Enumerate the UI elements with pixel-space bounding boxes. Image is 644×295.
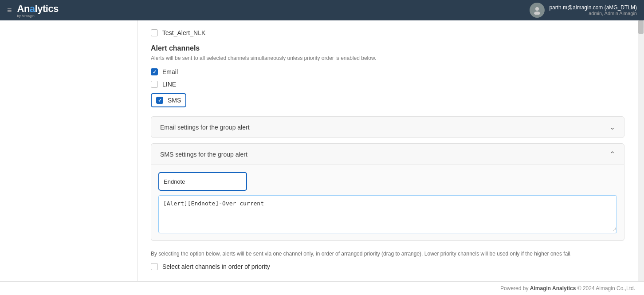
endnote-label-box: Endnote [158,172,247,191]
header-right: parth.m@aimagin.com (aMG_DTLM) admin, Ad… [530,3,637,18]
priority-checkbox[interactable] [151,263,158,270]
channel-row-sms: SMS [151,93,624,107]
sms-endnote-textarea[interactable]: [Alert][Endnote]-Over current [159,196,617,231]
line-checkbox[interactable] [151,81,158,88]
user-info: parth.m@aimagin.com (aMG_DTLM) admin, Ad… [549,4,637,16]
priority-section: By selecting the option below, alerts wi… [151,250,624,270]
hamburger-icon[interactable]: ≡ [7,6,12,15]
sms-chevron-up-icon: ⌃ [609,150,615,158]
email-chevron-down-icon: ⌄ [609,123,615,131]
footer-text: Powered by Aimagin Analytics © 2024 Aima… [500,285,635,291]
channel-row-email: Email [151,68,624,75]
logo-container: Analytics by Aimagin [17,3,59,18]
user-email: parth.m@aimagin.com (aMG_DTLM) [549,4,637,11]
svg-point-1 [534,12,540,15]
alert-channels-title: Alert channels [151,44,624,52]
alert-name: Test_Alert_NLK [162,29,205,36]
line-label: LINE [162,81,176,88]
email-settings-title: Email settings for the group alert [160,124,250,131]
email-checkbox[interactable] [151,68,158,75]
footer-brand: Aimagin Analytics [530,285,576,291]
main-content: Test_Alert_NLK Alert channels Alerts wil… [137,20,638,295]
app-footer: Powered by Aimagin Analytics © 2024 Aima… [0,281,644,295]
email-settings-section: Email settings for the group alert ⌄ [151,116,624,138]
alert-channels-desc: Alerts will be sent to all selected chan… [151,55,624,61]
alert-channels-section: Alert channels Alerts will be sent to al… [151,44,624,107]
priority-row: Select alert channels in order of priori… [151,263,624,270]
sms-settings-section: SMS settings for the group alert ⌃ Endno… [151,143,624,241]
endnote-label: Endnote [164,178,185,185]
sms-settings-header[interactable]: SMS settings for the group alert ⌃ [151,143,624,165]
app-logo: Analytics [17,3,59,14]
alert-item: Test_Alert_NLK [151,29,624,36]
sms-settings-body: Endnote [Alert][Endnote]-Over current [151,165,624,241]
email-label: Email [162,68,178,75]
footer-copy: © 2024 Aimagin Co.,Ltd. [577,285,635,291]
sidebar [0,20,137,295]
scrollbar-thumb[interactable] [638,20,644,34]
avatar [530,3,545,18]
priority-label: Select alert channels in order of priori… [162,263,270,270]
header-left: ≡ Analytics by Aimagin [7,3,59,18]
app-header: ≡ Analytics by Aimagin parth.m@aimagin.c… [0,0,644,20]
sms-checkbox[interactable] [156,97,163,104]
channel-row-line: LINE [151,81,624,88]
priority-desc: By selecting the option below, alerts wi… [151,250,624,258]
user-role: admin, Admin Aimagin [549,11,637,16]
sms-endnote-textarea-wrapper: [Alert][Endnote]-Over current [158,195,617,233]
sms-highlight-box: SMS [151,93,186,107]
main-wrapper: Test_Alert_NLK Alert channels Alerts wil… [0,20,644,295]
alert-checkbox[interactable] [151,29,158,36]
sms-settings-title: SMS settings for the group alert [160,151,247,158]
sms-label: SMS [168,97,181,104]
email-settings-header[interactable]: Email settings for the group alert ⌄ [151,116,624,138]
svg-point-0 [535,7,539,11]
scrollbar-track: ▲ ▼ [638,20,644,295]
